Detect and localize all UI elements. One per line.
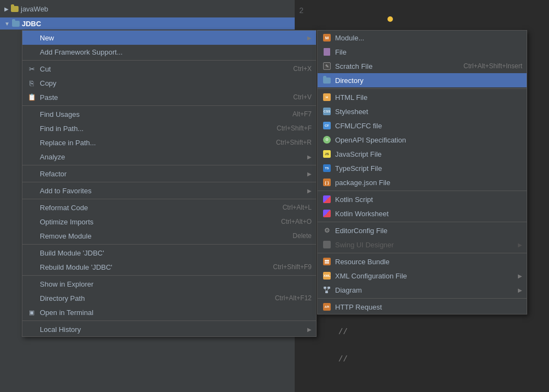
- menu-item-replace-path[interactable]: Replace in Path... Ctrl+Shift+R: [22, 135, 316, 150]
- menu-label-paste: Paste: [40, 93, 284, 102]
- svg-rect-0: [324, 48, 330, 56]
- new-arrow-icon: ▶: [307, 35, 312, 41]
- reformat-icon: [27, 203, 37, 212]
- svg-line-7: [325, 289, 326, 291]
- menu-item-show-explorer[interactable]: Show in Explorer: [22, 277, 316, 291]
- submenu-label-editorconfig: EditorConfig File: [335, 227, 522, 235]
- swing-icon: [322, 240, 332, 250]
- menu-label-optimize: Optimize Imports: [40, 218, 272, 226]
- menu-label-add-framework: Add Framework Support...: [40, 48, 312, 56]
- submenu-item-kotlin-worksheet[interactable]: Kotlin Worksheet: [318, 206, 527, 221]
- menu-label-remove-module: Remove Module: [40, 232, 284, 240]
- find-usages-shortcut: Alt+F7: [293, 110, 312, 118]
- tree-item-javaweb[interactable]: ▶ javaWeb: [0, 3, 295, 15]
- menu-item-cut[interactable]: ✂ Cut Ctrl+X: [22, 62, 316, 76]
- file-icon: [322, 47, 332, 57]
- scratch-icon: ✎: [322, 61, 332, 71]
- submenu-label-bundle: Resource Bundle: [335, 258, 522, 266]
- menu-item-rebuild[interactable]: Rebuild Module 'JDBC' Ctrl+Shift+F9: [22, 260, 316, 274]
- submenu-label-directory: Directory: [335, 76, 522, 85]
- menu-item-new[interactable]: New ▶: [22, 31, 316, 45]
- submenu-item-openapi[interactable]: ⚙ OpenAPI Specification: [318, 133, 527, 147]
- new-icon: [27, 33, 37, 43]
- divider-1: [22, 60, 316, 61]
- menu-item-paste[interactable]: 📋 Paste Ctrl+V: [22, 90, 316, 104]
- menu-item-reformat[interactable]: Reformat Code Ctrl+Alt+L: [22, 200, 316, 215]
- submenu-item-pkg[interactable]: { } package.json File: [318, 175, 527, 189]
- submenu-item-html[interactable]: H HTML File: [318, 90, 527, 104]
- menu-item-find-path[interactable]: Find in Path... Ctrl+Shift+F: [22, 121, 316, 135]
- svg-line-8: [327, 289, 329, 291]
- submenu-label-http: HTTP Request: [335, 303, 522, 311]
- xml-arrow-icon: ▶: [518, 273, 522, 279]
- menu-item-remove-module[interactable]: Remove Module Delete: [22, 229, 316, 243]
- submenu-item-module[interactable]: M Module...: [318, 31, 527, 45]
- submenu-divider-5: [318, 298, 527, 299]
- cfml-icon: CF: [322, 121, 332, 130]
- divider-8: [22, 320, 316, 321]
- bundle-icon: [322, 257, 332, 266]
- module-icon: M: [322, 33, 332, 43]
- menu-item-refactor[interactable]: Refactor ▶: [22, 167, 316, 181]
- tree-item-jdbc[interactable]: ▼ JDBC: [0, 17, 295, 29]
- scratch-shortcut: Ctrl+Alt+Shift+Insert: [463, 62, 522, 70]
- favorites-icon: [27, 186, 37, 195]
- ts-icon: TS: [322, 163, 332, 173]
- menu-item-dir-path[interactable]: Directory Path Ctrl+Alt+F12: [22, 291, 316, 305]
- favorites-arrow-icon: ▶: [307, 188, 312, 194]
- submenu-label-xml: XML Configuration File: [335, 272, 514, 280]
- optimize-icon: [27, 217, 37, 227]
- submenu-label-html: HTML File: [335, 93, 522, 102]
- editor-dot: [387, 16, 393, 22]
- menu-item-optimize[interactable]: Optimize Imports Ctrl+Alt+O: [22, 215, 316, 229]
- submenu-label-openapi: OpenAPI Specification: [335, 136, 522, 144]
- menu-item-add-favorites[interactable]: Add to Favorites ▶: [22, 183, 316, 198]
- menu-label-refactor: Refactor: [40, 170, 303, 178]
- menu-item-build[interactable]: Build Module 'JDBC': [22, 246, 316, 260]
- submenu-item-kotlin-script[interactable]: Kotlin Script: [318, 192, 527, 206]
- pkg-icon: { }: [322, 177, 332, 187]
- analyze-arrow-icon: ▶: [307, 154, 312, 160]
- editorconfig-icon: ⚙: [322, 225, 332, 235]
- paste-icon: 📋: [27, 92, 37, 102]
- menu-item-copy[interactable]: ⎘ Copy: [22, 76, 316, 90]
- submenu-item-bundle[interactable]: Resource Bundle: [318, 254, 527, 269]
- submenu-item-swing[interactable]: Swing UI Designer ▶: [318, 237, 527, 252]
- submenu-item-css[interactable]: CSS Stylesheet: [318, 104, 527, 118]
- submenu-item-http[interactable]: API HTTP Request: [318, 300, 527, 314]
- submenu-item-scratch[interactable]: ✎ Scratch File Ctrl+Alt+Shift+Insert: [318, 59, 527, 73]
- http-icon: API: [322, 302, 332, 312]
- menu-label-terminal: Open in Terminal: [40, 308, 312, 317]
- submenu-item-file[interactable]: File: [318, 45, 527, 59]
- submenu-label-swing: Swing UI Designer: [335, 241, 514, 249]
- paste-shortcut: Ctrl+V: [293, 93, 312, 101]
- submenu-item-js[interactable]: JS JavaScript File: [318, 147, 527, 161]
- submenu-item-cfml[interactable]: CF CFML/CFC file: [318, 118, 527, 133]
- submenu-item-directory[interactable]: Directory: [318, 73, 527, 87]
- submenu-item-editorconfig[interactable]: ⚙ EditorConfig File: [318, 223, 527, 237]
- menu-item-terminal[interactable]: ▣ Open in Terminal: [22, 305, 316, 319]
- menu-item-local-history[interactable]: Local History ▶: [22, 322, 316, 336]
- svg-rect-3: [325, 263, 329, 264]
- copy-icon: ⎘: [27, 78, 37, 88]
- svg-rect-5: [327, 287, 330, 289]
- submenu-label-cfml: CFML/CFC file: [335, 122, 522, 130]
- menu-label-new: New: [40, 34, 303, 42]
- menu-item-add-framework[interactable]: Add Framework Support...: [22, 45, 316, 59]
- editor-comment-2: //: [338, 355, 348, 364]
- submenu-label-pkg: package.json File: [335, 179, 522, 187]
- reformat-shortcut: Ctrl+Alt+L: [283, 204, 312, 211]
- folder-jdbc-icon: [12, 21, 20, 27]
- menu-label-rebuild: Rebuild Module 'JDBC': [40, 263, 264, 271]
- menu-item-analyze[interactable]: Analyze ▶: [22, 150, 316, 164]
- analyze-icon: [27, 152, 37, 162]
- menu-label-local-history: Local History: [40, 325, 303, 334]
- menu-label-cut: Cut: [40, 65, 284, 73]
- dir-path-icon: [27, 293, 37, 303]
- submenu-item-xml[interactable]: XML XML Configuration File ▶: [318, 269, 527, 283]
- submenu-item-diagram[interactable]: Diagram ▶: [318, 283, 527, 297]
- scissors-icon: ✂: [27, 64, 37, 74]
- directory-icon: [322, 75, 332, 85]
- menu-item-find-usages[interactable]: Find Usages Alt+F7: [22, 107, 316, 121]
- submenu-item-ts[interactable]: TS TypeScript File: [318, 161, 527, 175]
